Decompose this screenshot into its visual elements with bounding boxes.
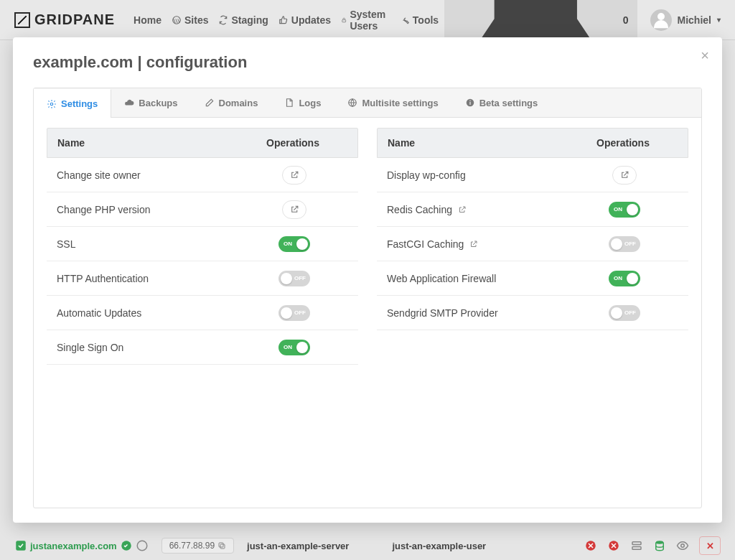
nav-staging[interactable]: Staging [218,9,268,32]
setting-row: Change site owner [47,158,358,192]
svg-point-14 [50,103,53,106]
close-button[interactable]: × [701,47,709,64]
row-actions: ✕ [584,536,721,555]
chevron-down-icon: ▾ [717,16,721,24]
setting-row: Web Application FirewallON [377,261,688,296]
logo-mark-icon [14,12,30,28]
setting-row: SSLON [47,227,358,261]
toggle-off[interactable]: OFF [278,305,310,321]
settings-left-column: Name Operations Change site ownerChange … [47,128,358,498]
toggle-knob [281,273,292,284]
nav-items: Home Sites Staging Updates System Users [134,9,439,32]
status-error-icon[interactable] [584,539,597,552]
external-link-icon[interactable] [469,240,478,248]
setting-label: FastCGI Caching [387,238,571,250]
toggle-knob [627,273,638,284]
sync-small-icon [120,539,133,552]
svg-rect-18 [469,101,470,101]
toggle-knob [611,307,622,319]
setting-label: Automatic Updates [57,307,240,319]
avatar [650,9,672,31]
tab-domains[interactable]: Domains [192,88,272,117]
setting-label: Change site owner [57,169,240,181]
wrench-icon [400,15,410,25]
setting-label: HTTP Authentication [57,273,240,284]
site-config-modal: × example.com | configuration Settings B… [13,37,722,523]
setting-row: Single Sign OnON [47,330,358,365]
eye-icon[interactable] [676,539,689,552]
toggle-off[interactable]: OFF [278,271,310,286]
toggle-off[interactable]: OFF [609,305,640,321]
settings-panel: Name Operations Change site ownerChange … [34,118,701,508]
nav-sites[interactable]: Sites [172,9,208,32]
toggle-knob [611,238,622,250]
ip-chip[interactable]: 66.77.88.99 [161,538,234,554]
brand-logo[interactable]: GRIDPANE [14,11,115,28]
tab-settings[interactable]: Settings [34,89,111,118]
toggle-on[interactable]: ON [278,340,310,355]
sync-icon [218,15,228,25]
open-link-button[interactable] [612,166,637,185]
toggle-knob [296,238,308,250]
gear-icon [47,99,57,109]
toggle-knob [296,342,308,353]
copy-icon [217,541,226,550]
nav-home[interactable]: Home [134,9,161,32]
table-header: Name Operations [47,128,358,158]
server-icon[interactable] [630,539,643,552]
open-link-button[interactable] [282,166,306,185]
svg-rect-7 [219,543,223,547]
setting-control [571,166,678,185]
globe-icon [347,98,357,108]
delete-button[interactable]: ✕ [699,536,721,555]
col-name: Name [378,129,558,157]
svg-rect-10 [632,542,641,545]
svg-rect-1 [342,19,346,22]
database-icon[interactable] [653,539,666,552]
svg-point-13 [681,544,685,548]
tabs-container: Settings Backups Domains Logs [33,88,702,508]
svg-point-5 [137,541,147,551]
lock-icon [341,15,347,25]
setting-row: FastCGI CachingOFF [377,227,688,261]
setting-label: Change PHP version [57,204,240,215]
nav-system-users[interactable]: System Users [341,9,390,32]
status-error-icon-2[interactable] [607,539,620,552]
toggle-off[interactable]: OFF [609,236,640,252]
open-link-button[interactable] [282,200,306,219]
tab-multisite[interactable]: Multisite settings [334,88,451,117]
col-operations: Operations [558,129,688,157]
setting-control: OFF [240,305,348,321]
toggle-on[interactable]: ON [609,202,640,218]
thumbs-up-icon [278,15,289,25]
setting-row: Display wp-config [377,158,688,192]
user-menu[interactable]: Michiel ▾ [650,9,721,31]
wordpress-small-icon [136,539,149,552]
external-link-icon[interactable] [458,205,467,214]
file-icon [284,98,294,108]
site-status-cell[interactable]: justanexample.com [14,539,149,552]
setting-label: Display wp-config [387,169,571,181]
nav-updates[interactable]: Updates [278,9,331,32]
setting-row: Change PHP version [47,192,358,227]
setting-control: OFF [571,236,678,252]
toggle-on[interactable]: ON [609,271,640,286]
notifications-count: 0 [623,14,629,26]
external-link-icon [290,170,299,179]
col-operations: Operations [228,129,357,157]
setting-control: OFF [240,271,348,286]
setting-row: HTTP AuthenticationOFF [47,261,358,296]
nav-tools[interactable]: Tools [400,9,439,32]
brand-text: GRIDPANE [34,11,115,28]
svg-point-12 [656,541,664,544]
info-icon [465,98,475,108]
setting-control: OFF [571,305,678,321]
server-name[interactable]: just-an-example-server [247,541,349,551]
external-link-icon [290,205,299,214]
system-user-name[interactable]: just-an-example-user [392,541,486,551]
tab-logs[interactable]: Logs [271,88,334,117]
table-header: Name Operations [377,128,688,158]
tab-beta[interactable]: Beta settings [452,88,552,117]
tab-backups[interactable]: Backups [111,88,191,117]
toggle-on[interactable]: ON [278,236,310,252]
